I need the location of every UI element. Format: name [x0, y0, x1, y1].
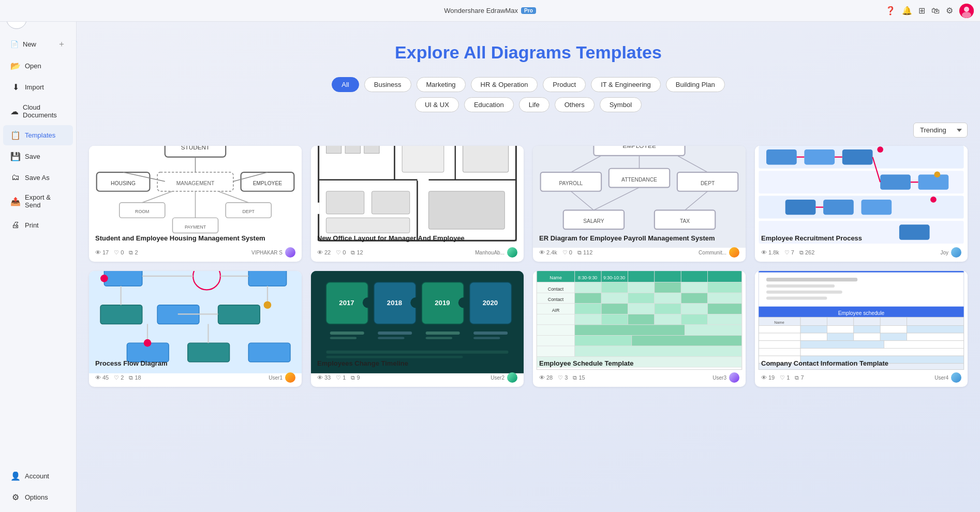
filter-education[interactable]: Education	[464, 97, 514, 112]
new-plus-icon[interactable]: ＋	[57, 39, 66, 50]
filter-others[interactable]: Others	[555, 97, 595, 112]
filter-symbol[interactable]: Symbol	[600, 97, 642, 112]
options-icon: ⚙	[10, 492, 21, 502]
card-stats: 👁 45 ♡ 2 ⧉ 18	[95, 374, 141, 381]
svg-point-114	[363, 297, 374, 308]
card-stats: 👁 2.4k ♡ 0 ⧉ 112	[539, 249, 592, 256]
copies-stat: ⧉ 112	[577, 249, 592, 256]
svg-text:STUDENT: STUDENT	[181, 146, 210, 150]
svg-rect-70	[880, 174, 911, 189]
sidebar-item-save[interactable]: 💾 Save	[3, 146, 73, 167]
sidebar-item-print[interactable]: 🖨 Print	[3, 215, 73, 235]
sidebar-item-export[interactable]: 📤 Export & Send	[3, 188, 73, 214]
sidebar-options-label: Options	[25, 493, 48, 501]
copies-stat: ⧉ 15	[573, 374, 585, 381]
svg-rect-124	[473, 337, 500, 339]
svg-point-83	[930, 197, 937, 203]
filter-product[interactable]: Product	[543, 77, 586, 92]
likes-stat: ♡ 2	[114, 374, 124, 381]
template-card[interactable]: EMPLOYEE RECRUITMENT PROCESS	[755, 146, 968, 262]
help-icon[interactable]: ❓	[885, 6, 896, 16]
sidebar-item-account[interactable]: 👤 Account	[3, 466, 73, 486]
template-card[interactable]: Employee schedule Name 8:30-9:30 9:30-10…	[533, 271, 746, 387]
template-card[interactable]: STUDENT HOUSING EMPLOYEE MANAGEMENT ROOM…	[89, 146, 302, 262]
svg-rect-204	[759, 333, 800, 341]
apps-icon[interactable]: ⊞	[918, 6, 925, 16]
svg-rect-161	[628, 304, 654, 314]
card-author: VIPHAKAR S	[251, 247, 295, 258]
sidebar-item-cloud[interactable]: ☁ Cloud Documents	[3, 98, 73, 124]
template-thumbnail: EMPLOYEE RECRUITMENT PROCESS	[755, 146, 968, 229]
svg-point-103	[144, 339, 152, 347]
svg-rect-187	[766, 291, 842, 294]
print-icon: 🖨	[10, 220, 21, 230]
svg-text:2018: 2018	[387, 299, 402, 307]
card-title: ER Diagram for Employee Payroll Manageme…	[539, 234, 739, 243]
filter-all[interactable]: All	[332, 77, 359, 92]
author-avatar	[951, 372, 961, 383]
svg-rect-200	[827, 325, 853, 333]
export-icon: 📤	[10, 197, 21, 206]
filter-ui-ux[interactable]: UI & UX	[415, 97, 459, 112]
svg-rect-188	[766, 296, 827, 299]
svg-rect-214	[800, 348, 964, 356]
likes-stat: ♡ 7	[784, 249, 794, 256]
templates-icon: 📋	[10, 130, 21, 140]
sidebar: ← 📄 New ＋ 📂 Open ⬇ Import ☁ Cloud Docume…	[0, 0, 77, 512]
sidebar-item-new[interactable]: 📄 New ＋	[3, 34, 73, 55]
svg-text:DEPT: DEPT	[243, 209, 255, 214]
sidebar-item-open[interactable]: 📂 Open	[3, 56, 73, 76]
notification-icon[interactable]: 🔔	[902, 6, 912, 16]
settings-icon[interactable]: ⚙	[946, 6, 953, 16]
sidebar-item-import[interactable]: ⬇ Import	[3, 77, 73, 97]
svg-rect-164	[708, 304, 742, 314]
author-avatar	[507, 247, 517, 258]
svg-text:ATTENDANCE: ATTENDANCE	[621, 176, 657, 182]
sidebar-item-options[interactable]: ⚙ Options	[3, 487, 73, 507]
filter-marketing[interactable]: Marketing	[417, 77, 466, 92]
store-icon[interactable]: 🛍	[931, 6, 940, 16]
svg-rect-160	[601, 304, 628, 314]
filter-hr-operation[interactable]: HR & Operation	[471, 77, 538, 92]
svg-rect-74	[862, 199, 892, 214]
svg-rect-121	[426, 332, 460, 335]
svg-text:MANAGEMENT: MANAGEMENT	[176, 180, 215, 186]
template-card[interactable]: Process Flow Diagram 👁 45 ♡ 2 ⧉ 18 User1	[89, 271, 302, 387]
svg-rect-156	[708, 293, 742, 304]
svg-text:Name: Name	[550, 275, 562, 280]
copies-stat: ⧉ 262	[799, 249, 814, 256]
filter-it-engineering[interactable]: IT & Engineering	[591, 77, 661, 92]
svg-rect-38	[429, 191, 505, 229]
svg-rect-122	[426, 337, 452, 339]
svg-rect-201	[854, 325, 880, 333]
svg-rect-87	[248, 271, 286, 286]
svg-text:SALARY: SALARY	[583, 218, 604, 224]
svg-text:DEPT: DEPT	[701, 180, 715, 186]
svg-text:PAYMENT: PAYMENT	[185, 224, 206, 229]
filter-building-plan[interactable]: Building Plan	[666, 77, 725, 92]
svg-rect-199	[800, 325, 827, 333]
svg-rect-155	[681, 293, 707, 304]
svg-text:EMPLOYEE: EMPLOYEE	[622, 146, 656, 149]
filter-business[interactable]: Business	[364, 77, 411, 92]
svg-rect-143	[575, 282, 601, 293]
sidebar-item-templates[interactable]: 📋 Templates	[3, 125, 73, 145]
template-card[interactable]: EMPLOYEE PAYROLL DEPT ATTENDANCE SALARY …	[533, 146, 746, 262]
sidebar-item-saveas[interactable]: 🗂 Save As	[3, 168, 73, 187]
svg-rect-36	[326, 191, 364, 214]
svg-text:ROOM: ROOM	[135, 209, 149, 214]
template-card[interactable]: Employees Change Timeline 2017 2018 2019…	[311, 271, 524, 387]
svg-rect-93	[248, 343, 290, 362]
import-icon: ⬇	[10, 82, 21, 92]
sort-dropdown[interactable]: Trending Newest Most Used	[913, 123, 968, 138]
template-card[interactable]: New Office Layout for Manager And Employ…	[311, 146, 524, 262]
card-stats: 👁 33 ♡ 1 ⧉ 9	[317, 374, 360, 381]
svg-point-2	[962, 12, 971, 18]
template-card[interactable]: Company Name Employee schedule Name	[755, 271, 968, 387]
svg-rect-148	[708, 282, 742, 293]
views-stat: 👁 2.4k	[539, 249, 557, 255]
filter-life[interactable]: Life	[519, 97, 550, 112]
svg-point-81	[877, 146, 883, 153]
svg-rect-185	[766, 278, 857, 281]
user-avatar[interactable]	[959, 4, 974, 18]
